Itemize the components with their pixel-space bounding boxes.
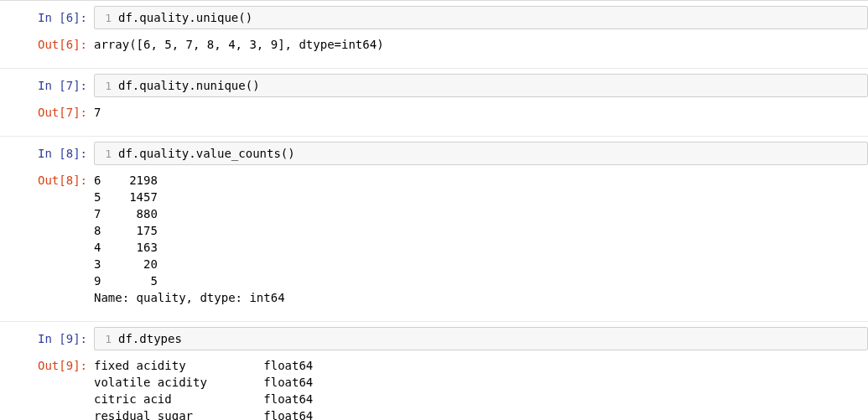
cell: In [8]: 1 df.quality.value_counts() Out[… — [0, 136, 868, 311]
line-number: 1 — [98, 80, 118, 92]
out-prompt: Out[6]: — [0, 33, 94, 53]
code-text: df.quality.unique() — [118, 9, 864, 26]
code-input[interactable]: 1 df.quality.unique() — [94, 6, 868, 29]
output-text: 6 2198 5 1457 7 880 8 175 4 163 3 20 9 5… — [94, 169, 868, 306]
code-input[interactable]: 1 df.quality.nunique() — [94, 74, 868, 97]
cell: In [6]: 1 df.quality.unique() Out[6]: ar… — [0, 0, 868, 58]
output-line: Out[8]: 6 2198 5 1457 7 880 8 175 4 163 … — [0, 167, 868, 308]
output-line: Out[6]: array([6, 5, 7, 8, 4, 3, 9], dty… — [0, 31, 868, 54]
input-line: In [6]: 1 df.quality.unique() — [0, 4, 868, 31]
out-prompt: Out[9]: — [0, 354, 94, 374]
code-text: df.dtypes — [118, 330, 864, 347]
code-text: df.quality.nunique() — [118, 77, 864, 94]
input-line: In [9]: 1 df.dtypes — [0, 325, 868, 352]
cell: In [9]: 1 df.dtypes Out[9]: fixed acidit… — [0, 321, 868, 420]
code-input[interactable]: 1 df.dtypes — [94, 327, 868, 350]
code-text: df.quality.value_counts() — [118, 145, 864, 162]
input-line: In [7]: 1 df.quality.nunique() — [0, 72, 868, 99]
output-text: fixed acidity float64 volatile acidity f… — [94, 354, 868, 420]
out-prompt: Out[8]: — [0, 169, 94, 189]
output-line: Out[7]: 7 — [0, 99, 868, 122]
output-text: array([6, 5, 7, 8, 4, 3, 9], dtype=int64… — [94, 33, 868, 53]
in-prompt: In [9]: — [0, 327, 94, 347]
line-number: 1 — [98, 12, 118, 24]
cell: In [7]: 1 df.quality.nunique() Out[7]: 7 — [0, 68, 868, 126]
in-prompt: In [7]: — [0, 74, 94, 94]
output-text: 7 — [94, 101, 868, 121]
input-line: In [8]: 1 df.quality.value_counts() — [0, 140, 868, 167]
out-prompt: Out[7]: — [0, 101, 94, 121]
code-input[interactable]: 1 df.quality.value_counts() — [94, 142, 868, 165]
output-line: Out[9]: fixed acidity float64 volatile a… — [0, 352, 868, 420]
line-number: 1 — [98, 333, 118, 345]
in-prompt: In [6]: — [0, 6, 94, 26]
notebook: In [6]: 1 df.quality.unique() Out[6]: ar… — [0, 0, 868, 420]
in-prompt: In [8]: — [0, 142, 94, 162]
line-number: 1 — [98, 148, 118, 160]
